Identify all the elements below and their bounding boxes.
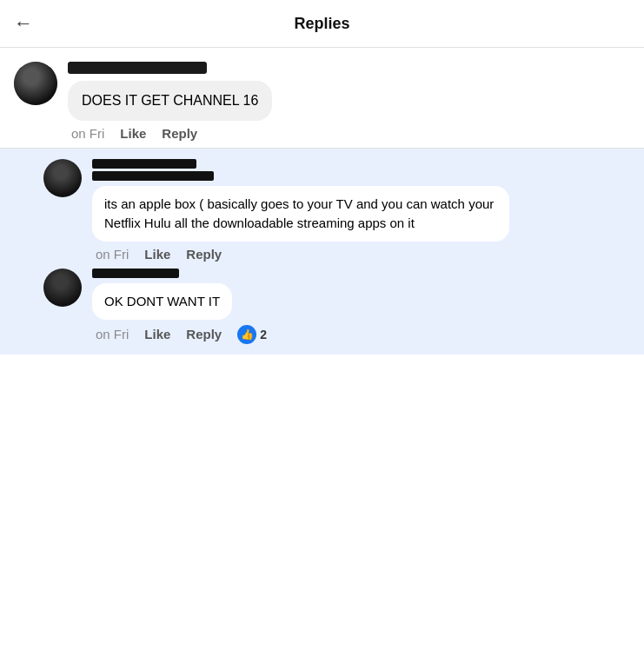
like-icon: 👍	[237, 325, 256, 344]
reply-button-r2[interactable]: Reply	[186, 327, 222, 341]
reaction-badge-r2: 👍 2	[237, 325, 267, 344]
reply-actions-2: on Fri Like Reply 👍 2	[92, 325, 630, 344]
username-redacted-r1-1	[92, 159, 196, 169]
comment-time-1: on Fri	[71, 126, 104, 141]
username-redacted-r2	[92, 269, 179, 278]
reply-block-1: its an apple box ( basically goes to you…	[43, 159, 630, 262]
reply-text-1: its an apple box ( basically goes to you…	[104, 196, 494, 230]
reply-username-line-1	[92, 159, 630, 181]
comment-block-1: DOES IT GET CHANNEL 16 on Fri Like Reply	[0, 48, 644, 148]
reply-block-2: OK DONT WANT IT on Fri Like Reply 👍 2	[43, 269, 630, 344]
comment-content-1: DOES IT GET CHANNEL 16 on Fri Like Reply	[68, 62, 630, 141]
like-button-r1[interactable]: Like	[144, 247, 170, 262]
reply-content-1: its an apple box ( basically goes to you…	[92, 159, 630, 262]
like-button-1[interactable]: Like	[120, 126, 146, 141]
reply-content-2: OK DONT WANT IT on Fri Like Reply 👍 2	[92, 269, 630, 344]
comment-actions-1: on Fri Like Reply	[68, 126, 630, 141]
reaction-count-r2: 2	[260, 328, 267, 341]
comment-bubble-1: DOES IT GET CHANNEL 16	[68, 81, 272, 121]
avatar-1	[14, 62, 57, 105]
username-redacted-1	[68, 62, 207, 74]
reply-time-2: on Fri	[96, 327, 129, 341]
reply-bubble-2: OK DONT WANT IT	[92, 283, 232, 320]
reply-actions-1: on Fri Like Reply	[92, 247, 630, 262]
reply-time-1: on Fri	[96, 247, 129, 262]
replies-section: its an apple box ( basically goes to you…	[0, 149, 644, 354]
header: ← Replies	[0, 0, 644, 48]
avatar-reply-2	[43, 269, 82, 307]
reply-text-2: OK DONT WANT IT	[104, 294, 220, 308]
reply-button-1[interactable]: Reply	[162, 126, 197, 141]
like-button-r2[interactable]: Like	[144, 327, 170, 341]
comment-text-1: DOES IT GET CHANNEL 16	[82, 93, 258, 108]
reply-button-r1[interactable]: Reply	[186, 247, 222, 262]
back-button[interactable]: ←	[14, 12, 33, 35]
page-title: Replies	[294, 15, 349, 33]
username-redacted-r1-2	[92, 171, 214, 181]
reply-bubble-1: its an apple box ( basically goes to you…	[92, 186, 509, 242]
avatar-reply-1	[43, 159, 82, 197]
